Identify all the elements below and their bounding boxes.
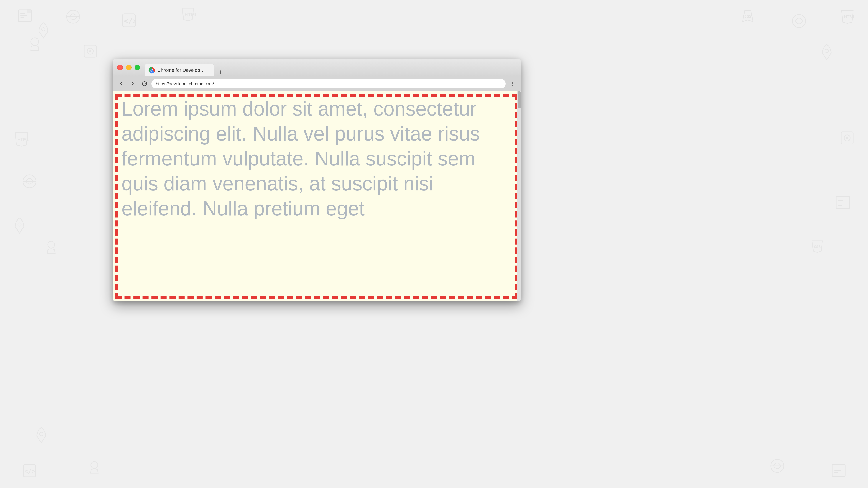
svg-point-40 xyxy=(18,223,21,226)
svg-rect-3 xyxy=(21,18,24,18)
bg-icon-18 xyxy=(43,238,59,255)
svg-text:HTML: HTML xyxy=(844,14,855,19)
svg-rect-33 xyxy=(836,196,849,209)
svg-rect-35 xyxy=(838,202,845,203)
svg-text:CSS: CSS xyxy=(814,245,821,249)
address-bar[interactable] xyxy=(152,79,506,89)
svg-rect-2 xyxy=(21,15,27,16)
svg-text:</>: </> xyxy=(124,17,136,25)
bg-icon-16 xyxy=(839,130,855,147)
bg-icon-6 xyxy=(83,43,98,60)
svg-point-13 xyxy=(89,50,91,52)
page-content: Lorem ipsum dolor sit amet, consectetur … xyxy=(113,91,521,301)
svg-point-12 xyxy=(87,48,93,54)
title-bar: Chrome for Developers + xyxy=(113,59,521,76)
svg-point-15 xyxy=(793,14,806,28)
svg-rect-30 xyxy=(841,132,853,144)
back-button[interactable] xyxy=(116,79,126,89)
bg-icon-9: CSS xyxy=(740,9,755,24)
svg-point-5 xyxy=(67,10,80,23)
bg-icon-20 xyxy=(37,22,50,40)
menu-button[interactable] xyxy=(508,79,517,89)
svg-point-10 xyxy=(31,38,39,45)
svg-point-39 xyxy=(42,28,45,31)
bg-icon-23 xyxy=(35,426,48,445)
bg-icon-1 xyxy=(18,9,33,25)
svg-rect-0 xyxy=(19,10,31,22)
svg-text:</>: </> xyxy=(24,467,35,475)
tab-title: Chrome for Developers xyxy=(157,67,205,73)
svg-point-47 xyxy=(512,83,513,84)
svg-rect-23 xyxy=(834,470,841,470)
svg-point-41 xyxy=(825,49,829,53)
bg-icon-10: </> xyxy=(22,463,37,479)
traffic-lights xyxy=(117,65,140,70)
svg-point-28 xyxy=(23,175,36,188)
bg-icon-22 xyxy=(820,43,833,62)
bg-icon-5 xyxy=(26,35,43,53)
svg-point-20 xyxy=(91,461,98,468)
svg-text:HTML: HTML xyxy=(18,137,30,142)
bg-icon-8 xyxy=(791,13,807,30)
svg-point-45 xyxy=(151,69,153,71)
svg-text:HTML: HTML xyxy=(184,12,196,18)
svg-rect-21 xyxy=(832,464,845,476)
minimize-button[interactable] xyxy=(126,65,131,70)
tab-favicon xyxy=(148,67,155,74)
svg-rect-7 xyxy=(122,14,135,27)
lorem-ipsum-text: Lorem ipsum dolor sit amet, consectetur … xyxy=(122,96,510,221)
browser-window: Chrome for Developers + xyxy=(113,59,521,301)
svg-text:CSS: CSS xyxy=(744,14,751,19)
maximize-button[interactable] xyxy=(134,65,140,70)
nav-bar xyxy=(113,76,521,91)
svg-point-48 xyxy=(512,85,513,86)
bg-icon-17 xyxy=(835,195,850,212)
viewport: Lorem ipsum dolor sit amet, consectetur … xyxy=(113,91,521,301)
bg-icon-13 xyxy=(769,458,785,475)
svg-rect-24 xyxy=(834,472,838,473)
svg-rect-22 xyxy=(834,467,839,468)
svg-rect-11 xyxy=(84,45,96,57)
svg-rect-1 xyxy=(21,13,25,14)
bg-icon-19: CSS xyxy=(810,238,825,254)
close-button[interactable] xyxy=(117,65,123,70)
svg-point-25 xyxy=(771,459,784,473)
svg-point-37 xyxy=(48,241,55,248)
tab-bar: Chrome for Developers + xyxy=(145,59,517,76)
svg-rect-36 xyxy=(838,205,842,206)
bg-icon-2 xyxy=(65,9,82,26)
forward-button[interactable] xyxy=(128,79,137,89)
bg-icon-21 xyxy=(13,217,26,235)
bg-icon-7: HTML xyxy=(840,9,855,25)
bg-icon-3: </> xyxy=(122,13,136,29)
svg-rect-18 xyxy=(24,464,36,477)
bg-icon-4: HTML xyxy=(180,6,196,23)
bg-icon-11 xyxy=(87,459,102,475)
svg-point-32 xyxy=(846,137,848,139)
scrollbar-thumb[interactable] xyxy=(518,91,521,108)
bg-icon-14: HTML xyxy=(13,130,30,148)
active-tab[interactable]: Chrome for Developers xyxy=(145,64,214,76)
svg-point-31 xyxy=(844,135,850,141)
reload-button[interactable] xyxy=(140,79,149,89)
svg-marker-4 xyxy=(27,9,31,13)
scrollbar[interactable] xyxy=(517,91,521,301)
svg-rect-34 xyxy=(838,200,843,201)
svg-point-42 xyxy=(39,432,43,436)
add-tab-button[interactable]: + xyxy=(216,68,225,76)
bg-icon-15 xyxy=(22,173,37,190)
svg-point-46 xyxy=(512,82,513,83)
bg-icon-12 xyxy=(831,463,846,479)
